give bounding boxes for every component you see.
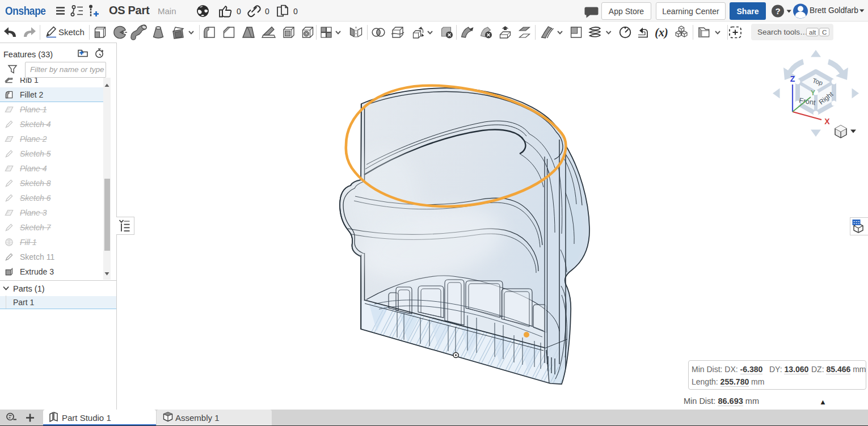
svg-text:Z: Z (790, 74, 795, 83)
svg-text:X: X (824, 117, 830, 126)
svg-text:(x): (x) (655, 26, 668, 39)
svg-text:Y: Y (811, 89, 815, 97)
svg-text:?: ? (775, 6, 780, 16)
